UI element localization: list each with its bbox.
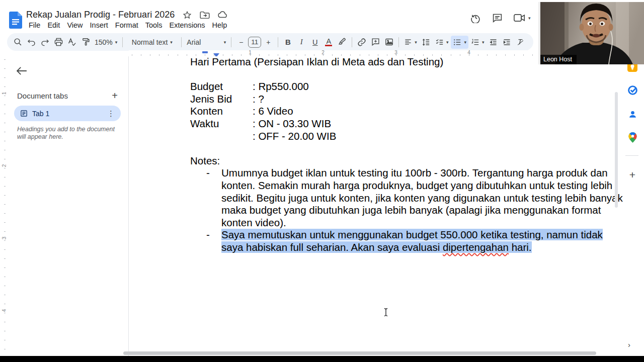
font-select[interactable]: Arial▾ [185, 36, 228, 49]
toolbar-divider [122, 37, 123, 47]
get-addons-button[interactable]: + [627, 169, 638, 180]
meet-caret-icon: ▾ [528, 16, 531, 21]
bold-button[interactable]: B [281, 36, 294, 49]
numbered-list-caret-icon: ▾ [482, 40, 485, 45]
document-page[interactable]: Hari Pertama (Persiapan Iklan di Meta ad… [129, 56, 612, 351]
version-history-icon[interactable] [470, 13, 481, 23]
bullet-dash: - [206, 229, 210, 241]
paragraph-style-select[interactable]: Normal text▾ [126, 36, 178, 49]
vertical-ruler: 1 2 3 4 [0, 56, 6, 356]
ruler-number: 4 [467, 50, 470, 55]
toolbar-divider [231, 37, 231, 47]
menu-bar: File Edit View Insert Format Tools Exten… [25, 20, 230, 30]
menu-help[interactable]: Help [209, 20, 231, 30]
doc-blank-line[interactable] [190, 68, 623, 81]
redo-icon[interactable] [38, 36, 51, 49]
doc-bullet-line-selected[interactable]: -Saya memutuskan untuk menggunakan budge… [190, 229, 623, 241]
doc-bullet-line[interactable]: -Umumnya budget iklan untuk testing itu … [190, 167, 623, 179]
doc-notes-label[interactable]: Notes: [190, 155, 623, 167]
maps-icon[interactable] [627, 132, 638, 143]
zoom-caret-icon: ▾ [115, 40, 118, 45]
text-color-button[interactable]: A [322, 36, 335, 49]
toolbar-divider [278, 37, 278, 47]
align-button[interactable]: ▾ [402, 36, 419, 49]
webcam-overlay: Leon Host [538, 2, 644, 64]
menu-file[interactable]: File [25, 20, 44, 30]
vertical-scrollbar[interactable] [615, 92, 618, 208]
search-icon[interactable] [11, 36, 24, 49]
menu-format[interactable]: Format [112, 20, 142, 30]
doc-bullet-line[interactable]: sedikit. Begitu juga untuk konten, jika … [190, 192, 623, 205]
document-title[interactable]: Rekap Jualan Prodig - Februari 2026 [26, 10, 175, 20]
first-line-indent-marker[interactable] [202, 51, 208, 53]
undo-icon[interactable] [25, 36, 38, 49]
cloud-status-icon[interactable] [218, 11, 228, 19]
underline-button[interactable]: U [308, 36, 321, 49]
side-panel-divider [625, 155, 638, 156]
bullet-list-caret-icon: ▾ [464, 40, 466, 45]
add-comment-icon[interactable] [369, 36, 382, 49]
doc-bullet-line[interactable]: maka budget yang dibutuhkan juga lebih b… [190, 204, 623, 217]
toolbar-divider [181, 37, 182, 47]
bullet-dash: - [206, 167, 210, 179]
move-folder-icon[interactable] [200, 11, 210, 19]
meet-video-icon[interactable]: ▾ [514, 14, 531, 22]
tab-document-icon [20, 110, 28, 117]
document-content: Hari Pertama (Persiapan Iklan di Meta ad… [190, 56, 623, 254]
decrease-indent-icon[interactable] [487, 36, 500, 49]
font-size-input[interactable]: 11 [248, 36, 261, 49]
menu-view[interactable]: View [63, 20, 86, 30]
insert-image-icon[interactable] [382, 36, 395, 49]
toolbar-divider [398, 37, 399, 47]
checklist-button[interactable]: ▾ [433, 36, 451, 49]
tab-item-tab1[interactable]: Tab 1 ⋮ [14, 106, 121, 121]
spellcheck-icon[interactable] [65, 36, 78, 49]
tasks-icon[interactable] [627, 84, 638, 96]
style-caret-icon: ▾ [170, 40, 173, 45]
zoom-select[interactable]: 150%▾ [93, 36, 119, 49]
increase-indent-icon[interactable] [500, 36, 513, 49]
font-size-decrease-button[interactable]: − [234, 36, 248, 49]
menu-insert[interactable]: Insert [87, 20, 112, 30]
toolbar: 150%▾ Normal text▾ Arial▾ − 11 + B I U A… [7, 33, 533, 51]
tab-label: Tab 1 [32, 110, 103, 118]
highlight-color-icon[interactable] [336, 36, 349, 49]
doc-field-row[interactable]: Budget: Rp550.000 [190, 80, 623, 93]
doc-field-row[interactable]: Konten: 6 Video [190, 105, 623, 118]
selected-text: saya habiskan full seharian. Akan saya e… [221, 241, 532, 253]
add-tab-button[interactable]: + [112, 90, 118, 102]
horizontal-scrollbar[interactable] [123, 351, 596, 355]
document-tabs-title: Document tabs [17, 92, 68, 100]
doc-bullet-line[interactable]: konten video). [190, 217, 623, 229]
hide-side-panel-chevron-icon[interactable]: › [628, 340, 630, 349]
numbered-list-button[interactable]: ▾ [469, 36, 487, 49]
font-size-value: 11 [248, 37, 261, 48]
headings-hint-text: Headings you add to the document will ap… [17, 126, 120, 141]
doc-bullet-line-selected[interactable]: saya habiskan full seharian. Akan saya e… [190, 241, 623, 254]
font-size-increase-button[interactable]: + [262, 36, 275, 49]
star-icon[interactable] [183, 11, 192, 20]
clear-formatting-icon[interactable] [514, 36, 527, 49]
paint-format-icon[interactable] [79, 36, 92, 49]
selected-text: Saya memutuskan untuk menggunakan budget… [221, 229, 603, 240]
align-caret-icon: ▾ [415, 40, 417, 45]
back-arrow-icon[interactable] [16, 66, 27, 75]
docs-logo-icon[interactable] [9, 12, 22, 29]
italic-button[interactable]: I [295, 36, 308, 49]
print-icon[interactable] [52, 36, 65, 49]
doc-bullet-line[interactable]: konten. Semakin murah harga produknya, b… [190, 179, 623, 192]
bullet-list-button[interactable]: ▾ [451, 36, 468, 49]
line-spacing-icon[interactable] [420, 36, 433, 49]
doc-blank-line[interactable] [190, 142, 623, 155]
menu-extensions[interactable]: Extensions [166, 20, 209, 30]
menu-edit[interactable]: Edit [44, 20, 63, 30]
doc-field-row[interactable]: Waktu: ON - 03.30 WIB [190, 118, 623, 130]
doc-field-row[interactable]: : OFF - 20.00 WIB [190, 130, 623, 143]
comments-icon[interactable] [492, 13, 503, 23]
toolbar-divider [352, 37, 352, 47]
menu-tools[interactable]: Tools [142, 20, 166, 30]
tab-options-kebab-icon[interactable]: ⋮ [107, 109, 115, 118]
contacts-icon[interactable] [627, 109, 638, 120]
insert-link-icon[interactable] [355, 36, 368, 49]
doc-field-row[interactable]: Jenis Bid: ? [190, 93, 623, 106]
